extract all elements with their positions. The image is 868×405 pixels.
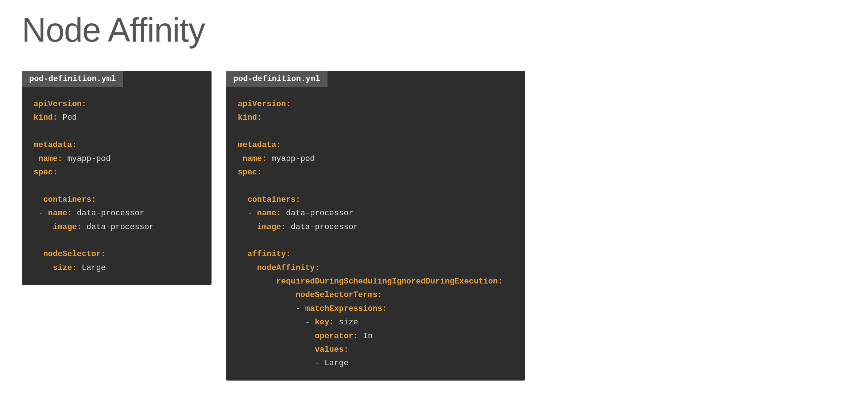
value: data-processor [286, 223, 358, 232]
key: affinity: [238, 250, 291, 259]
blank-line [238, 234, 514, 247]
line-14: - key: size [238, 316, 514, 329]
dash: - [238, 304, 305, 313]
line-4: name: myapp-pod [34, 152, 200, 166]
key: metadata: [238, 140, 281, 150]
page-title: Node Affinity [22, 11, 846, 49]
key: kind: [34, 113, 58, 122]
line-15: operator: In [238, 329, 514, 343]
line-11: requiredDuringSchedulingIgnoredDuringExe… [238, 275, 514, 288]
value: Pod [58, 113, 77, 122]
line-13: - matchExpressions: [238, 302, 514, 316]
key: apiVersion: [238, 100, 291, 109]
key: operator: [238, 332, 358, 341]
key: image: [34, 223, 82, 232]
key: key: [315, 318, 334, 327]
line-17: - Large [238, 356, 514, 370]
value: data-processor [72, 209, 144, 218]
blank-line [34, 234, 200, 247]
line-12: nodeSelectorTerms: [238, 288, 514, 302]
line-3: metadata: [34, 138, 200, 152]
line-8: image: data-processor [238, 220, 514, 234]
key: kind: [238, 113, 262, 122]
line-10: size: Large [34, 261, 200, 275]
right-panel-tab: pod-definition.yml [226, 71, 328, 87]
value: myapp-pod [267, 154, 315, 163]
key: name: [34, 154, 62, 163]
right-panel-body: apiVersion: kind: metadata: name: myapp-… [226, 87, 525, 381]
line-5: spec: [238, 166, 514, 179]
line-8: image: data-processor [34, 220, 200, 234]
line-16: values: [238, 343, 514, 356]
line-6: containers: [238, 193, 514, 207]
key: values: [238, 345, 349, 354]
line-2: kind: [238, 111, 514, 124]
value: In [358, 332, 373, 341]
line-7: - name: data-processor [238, 207, 514, 220]
line-9: affinity: [238, 247, 514, 261]
key: spec: [238, 168, 262, 177]
divider [22, 56, 846, 56]
value: Large [325, 359, 349, 368]
value: Large [77, 263, 106, 273]
key: size: [34, 263, 77, 273]
value: data-processor [281, 209, 353, 218]
dash: - [34, 209, 48, 218]
key: nodeAffinity: [238, 263, 319, 273]
key: matchExpressions: [305, 304, 387, 313]
line-5: spec: [34, 166, 200, 179]
line-3: metadata: [238, 138, 514, 152]
left-panel-body: apiVersion: kind: Pod metadata: name: my… [22, 87, 212, 285]
page-container: Node Affinity pod-definition.yml apiVers… [0, 0, 868, 392]
blank-line [238, 179, 514, 193]
key: name: [257, 209, 281, 218]
line-9: nodeSelector: [34, 247, 200, 261]
left-panel-tab: pod-definition.yml [22, 71, 123, 87]
key: spec: [34, 168, 58, 177]
key: metadata: [34, 140, 77, 150]
dash: - [238, 318, 315, 327]
line-10: nodeAffinity: [238, 261, 514, 275]
line-1: apiVersion: [238, 97, 514, 111]
right-code-panel: pod-definition.yml apiVersion: kind: met… [226, 71, 525, 381]
key: name: [48, 209, 72, 218]
key: containers: [34, 195, 96, 204]
key: nodeSelectorTerms: [238, 290, 382, 300]
line-7: - name: data-processor [34, 207, 200, 220]
value: size [334, 318, 358, 327]
blank-line [34, 179, 200, 193]
value: myapp-pod [62, 154, 111, 163]
blank-line [238, 125, 514, 138]
key: containers: [238, 195, 301, 204]
line-1: apiVersion: [34, 97, 200, 111]
key: name: [238, 154, 267, 163]
dash: - [238, 359, 325, 368]
line-6: containers: [34, 193, 200, 207]
value: data-processor [82, 223, 154, 232]
line-4: name: myapp-pod [238, 152, 514, 166]
dash: - [238, 209, 257, 218]
left-code-panel: pod-definition.yml apiVersion: kind: Pod… [22, 71, 212, 285]
key: image: [238, 223, 286, 232]
line-2: kind: Pod [34, 111, 200, 124]
key: nodeSelector: [34, 250, 106, 259]
code-panels: pod-definition.yml apiVersion: kind: Pod… [22, 71, 846, 381]
key: apiVersion: [34, 100, 86, 109]
blank-line [34, 125, 200, 138]
key: requiredDuringSchedulingIgnoredDuringExe… [238, 277, 503, 286]
